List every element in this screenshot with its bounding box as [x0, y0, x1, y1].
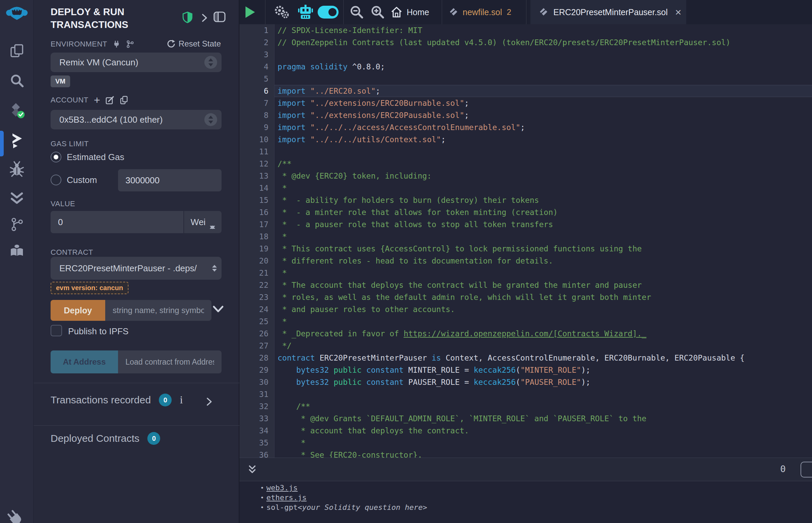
- code-line[interactable]: 23 * roles, as well as the default admin…: [240, 291, 812, 303]
- code-line[interactable]: 4pragma solidity ^0.8.0;: [240, 61, 812, 73]
- terminal-output[interactable]: •web3.js•ethers.js•sol-gpt <your Solidit…: [240, 481, 812, 523]
- add-account-icon[interactable]: +: [94, 96, 100, 105]
- value-input[interactable]: [51, 211, 183, 233]
- line-number: 10: [240, 133, 275, 146]
- file-explorer-icon[interactable]: [10, 43, 24, 59]
- custom-gas-input[interactable]: [118, 169, 222, 192]
- plug-icon[interactable]: [113, 40, 121, 48]
- code-line[interactable]: 35 *: [240, 437, 812, 449]
- account-select[interactable]: 0x5B3...eddC4 (100 ether): [51, 110, 222, 129]
- tab-newfile[interactable]: newfile.sol 2: [449, 0, 511, 24]
- terminal-pill-outline[interactable]: [800, 462, 812, 477]
- line-number: 13: [240, 170, 275, 182]
- ai-copilot-toggle[interactable]: [318, 0, 338, 24]
- transactions-expand-chevron-icon[interactable]: [206, 397, 212, 407]
- deploy-button[interactable]: Deploy: [51, 300, 105, 321]
- close-tab-icon[interactable]: ×: [675, 6, 682, 19]
- line-number: 7: [240, 97, 275, 109]
- collapse-terminal-icon[interactable]: [247, 464, 258, 475]
- expand-deploy-chevron-icon[interactable]: [212, 303, 225, 315]
- code-line[interactable]: 12/**: [240, 158, 812, 170]
- code-line[interactable]: 22 * The account that deploys the contra…: [240, 279, 812, 291]
- deployed-contracts-label: Deployed Contracts: [51, 433, 139, 444]
- code-line[interactable]: 20 * different roles - head to its docum…: [240, 255, 812, 267]
- debugger-icon[interactable]: [10, 161, 24, 177]
- reset-state-button[interactable]: Reset State: [166, 39, 221, 49]
- code-line[interactable]: 2// OpenZeppelin Contracts (last updated…: [240, 36, 812, 49]
- at-address-button[interactable]: At Address: [51, 350, 118, 373]
- terminal-line[interactable]: •ethers.js: [240, 493, 812, 502]
- code-line[interactable]: 29 bytes32 public constant MINTER_ROLE =…: [240, 364, 812, 376]
- script-config-button[interactable]: [273, 0, 289, 24]
- estimated-gas-radio[interactable]: [51, 152, 61, 162]
- code-line[interactable]: 3: [240, 49, 812, 61]
- remix-logo-icon[interactable]: [6, 4, 28, 23]
- code-line[interactable]: 15 * - ability for holders to burn (dest…: [240, 194, 812, 206]
- info-icon[interactable]: i: [180, 394, 183, 406]
- plugin-manager-icon[interactable]: [4, 507, 29, 523]
- learneth-icon[interactable]: [10, 243, 24, 258]
- code-line[interactable]: 30 bytes32 public constant PAUSER_ROLE =…: [240, 376, 812, 388]
- code-editor[interactable]: 1// SPDX-License-Identifier: MIT2// Open…: [240, 24, 812, 458]
- code-line[interactable]: 8import "../extensions/ERC20Pausable.sol…: [240, 109, 812, 121]
- tab-home[interactable]: Home: [390, 0, 429, 24]
- search-icon[interactable]: [10, 73, 24, 88]
- code-line[interactable]: 11: [240, 146, 812, 158]
- ai-assistant-button[interactable]: [297, 0, 314, 24]
- code-line[interactable]: 33 * @dev Grants `DEFAULT_ADMIN_ROLE`, `…: [240, 413, 812, 425]
- deploy-run-icon[interactable]: [9, 132, 24, 148]
- terminal-bar[interactable]: 0: [240, 458, 812, 481]
- solidity-compiler-icon[interactable]: [8, 103, 25, 119]
- panel-layout-icon[interactable]: [213, 11, 226, 22]
- code-line[interactable]: 34 * account that deploys the contract.: [240, 425, 812, 437]
- code-line[interactable]: 31: [240, 388, 812, 400]
- environment-select[interactable]: Remix VM (Cancun): [51, 53, 222, 72]
- code-line[interactable]: 18 *: [240, 231, 812, 242]
- code-line[interactable]: 7import "../extensions/ERC20Burnable.sol…: [240, 97, 812, 109]
- custom-gas-radio[interactable]: [51, 175, 61, 185]
- line-number: 8: [240, 109, 275, 121]
- run-script-button[interactable]: [246, 0, 255, 24]
- publish-ipfs-checkbox[interactable]: [51, 325, 62, 336]
- unit-testing-icon[interactable]: [10, 191, 24, 205]
- code-line[interactable]: 9import "../../../access/AccessControlEn…: [240, 121, 812, 133]
- zoom-in-button[interactable]: [370, 0, 385, 24]
- git-icon[interactable]: [10, 217, 24, 232]
- fork-icon[interactable]: [126, 40, 134, 48]
- code-line[interactable]: 6import "../ERC20.sol";: [240, 85, 812, 97]
- tab-erc20presetminterpauser[interactable]: ERC20PresetMinterPauser.sol ×: [530, 0, 686, 24]
- line-number: 27: [240, 340, 275, 352]
- tab-bar: Home newfile.sol 2 ERC20PresetMinterPaus…: [240, 0, 812, 24]
- code-line[interactable]: 21 *: [240, 267, 812, 279]
- at-address-input[interactable]: [118, 350, 222, 373]
- code-line[interactable]: 25 *: [240, 315, 812, 327]
- code-line[interactable]: 13 * @dev {ERC20} token, including:: [240, 170, 812, 182]
- code-line[interactable]: 28contract ERC20PresetMinterPauser is Co…: [240, 352, 812, 364]
- shield-icon[interactable]: [182, 12, 193, 23]
- code-line[interactable]: 32 /**: [240, 400, 812, 413]
- code-line[interactable]: 26 * _Deprecated in favor of https://wiz…: [240, 327, 812, 340]
- code-line[interactable]: 1// SPDX-License-Identifier: MIT: [240, 24, 812, 36]
- chevron-right-icon[interactable]: [202, 14, 208, 22]
- code-line[interactable]: 19 * This contract uses {AccessControl} …: [240, 242, 812, 255]
- code-line[interactable]: 36 * See {ERC20-constructor}.: [240, 449, 812, 458]
- code-line[interactable]: 5: [240, 73, 812, 85]
- deploy-args-input[interactable]: [105, 300, 211, 321]
- code-line[interactable]: 14 *: [240, 182, 812, 194]
- code-line[interactable]: 16 * - a minter role that allows for tok…: [240, 206, 812, 218]
- terminal-line[interactable]: •web3.js: [240, 483, 812, 493]
- line-number: 11: [240, 146, 275, 158]
- terminal-line[interactable]: [240, 512, 812, 522]
- value-unit-select[interactable]: Wei: [184, 211, 222, 233]
- code-line[interactable]: 10import "../../../utils/Context.sol";: [240, 133, 812, 146]
- terminal-line[interactable]: •sol-gpt <your Solidity question here>: [240, 502, 812, 512]
- edit-account-icon[interactable]: [106, 96, 114, 105]
- code-line[interactable]: 17 * - a pauser role that allows to stop…: [240, 218, 812, 231]
- code-line[interactable]: 24 * and pauser roles to other accounts.: [240, 303, 812, 315]
- copy-account-icon[interactable]: [120, 96, 128, 105]
- contract-select[interactable]: ERC20PresetMinterPauser - .deps/: [51, 257, 222, 280]
- code-line[interactable]: 27 */: [240, 340, 812, 352]
- account-label: ACCOUNT: [51, 96, 88, 105]
- zoom-out-button[interactable]: [349, 0, 364, 24]
- line-number: 9: [240, 121, 275, 133]
